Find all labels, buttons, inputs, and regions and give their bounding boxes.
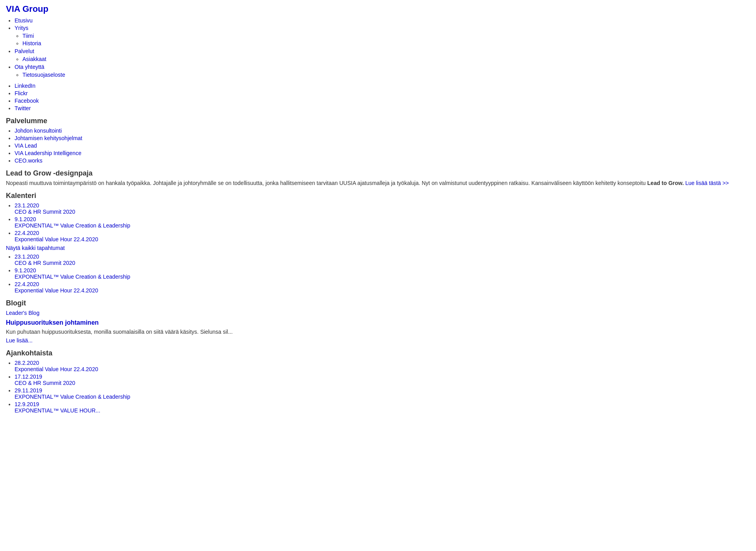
calendar-section: Kalenteri 23.1.2020CEO & HR Summit 20209… [6, 192, 750, 294]
calendar-date-link[interactable]: 23.1.2020 [15, 253, 39, 260]
ajankohtaista-date-link[interactable]: 17.12.2019 [15, 373, 42, 380]
calendar-item: 22.4.2020Exponential Value Hour 22.4.202… [15, 230, 750, 242]
nav-sublink[interactable]: Tiimi [22, 33, 34, 39]
service-link[interactable]: VIA Lead [15, 142, 37, 149]
calendar-date-link[interactable]: 22.4.2020 [15, 281, 39, 287]
ajankohtaista-event-link[interactable]: Exponential Value Hour 22.4.2020 [15, 366, 98, 372]
services-section: Palvelumme Johdon konsultointiJohtamisen… [6, 117, 750, 164]
ajankohtaista-event-link[interactable]: EXPONENTIAL™ VALUE HOUR... [15, 407, 100, 414]
calendar-heading: Kalenteri [6, 192, 750, 200]
calendar-event-link[interactable]: Exponential Value Hour 22.4.2020 [15, 287, 98, 294]
lead-to-grow-readmore[interactable]: Lue lisää tästä >> [686, 180, 729, 186]
calendar-event-link[interactable]: CEO & HR Summit 2020 [15, 260, 75, 266]
calendar-date-link[interactable]: 9.1.2020 [15, 267, 36, 274]
ajankohtaista-item: 29.11.2019EXPONENTIAL™ Value Creation & … [15, 387, 750, 400]
nav-subitem: Tietosuojaseloste [22, 72, 750, 78]
ajankohtaista-item: 17.12.2019CEO & HR Summit 2020 [15, 373, 750, 386]
social-link[interactable]: LinkedIn [15, 83, 35, 89]
nav-item: Ota yhteyttäTietosuojaseloste [15, 64, 750, 78]
nav-link[interactable]: Yritys [15, 25, 28, 31]
ajankohtaista-item: 12.9.2019EXPONENTIAL™ VALUE HOUR... [15, 401, 750, 414]
social-link[interactable]: Flickr [15, 90, 28, 96]
social-item: Facebook [15, 98, 750, 104]
service-link[interactable]: Johtamisen kehitysohjelmat [15, 135, 82, 141]
show-all-events-link[interactable]: Näytä kaikki tapahtumat [6, 245, 750, 251]
nav-item: PalvelutAsiakkaat [15, 48, 750, 62]
nav-sublink[interactable]: Historia [22, 40, 41, 46]
ajankohtaista-date-link[interactable]: 29.11.2019 [15, 387, 42, 394]
service-item: VIA Lead [15, 142, 750, 149]
social-item: LinkedIn [15, 83, 750, 89]
calendar-event-link[interactable]: Exponential Value Hour 22.4.2020 [15, 236, 98, 242]
calendar-event-link[interactable]: CEO & HR Summit 2020 [15, 209, 75, 215]
service-item: Johdon konsultointi [15, 128, 750, 134]
calendar-date-link[interactable]: 22.4.2020 [15, 230, 39, 236]
lead-to-grow-body: Nopeasti muuttuva toimintaympäristö on h… [6, 180, 750, 186]
blog-section: Blogit Leader's Blog Huippusuorituksen j… [6, 299, 750, 344]
ajankohtaista-date-link[interactable]: 28.2.2020 [15, 360, 39, 366]
social-link[interactable]: Twitter [15, 105, 31, 111]
ajankohtaista-item: 28.2.2020Exponential Value Hour 22.4.202… [15, 360, 750, 372]
nav-link[interactable]: Palvelut [15, 48, 34, 54]
service-link[interactable]: Johdon konsultointi [15, 128, 62, 134]
service-link[interactable]: VIA Leadership Intelligence [15, 150, 82, 156]
ajankohtaista-event-link[interactable]: EXPONENTIAL™ Value Creation & Leadership [15, 394, 130, 400]
blog-read-more-link[interactable]: Lue lisää... [6, 337, 33, 344]
ajankohtaista-date-link[interactable]: 12.9.2019 [15, 401, 39, 407]
blog-article-title-link[interactable]: Huippusuorituksen johtaminen [6, 319, 99, 326]
service-item: Johtamisen kehitysohjelmat [15, 135, 750, 141]
nav-subitem: Historia [22, 40, 750, 46]
site-header: VIA Group [6, 4, 750, 14]
calendar-item: 9.1.2020EXPONENTIAL™ Value Creation & Le… [15, 216, 750, 229]
blog-article-body: Kun puhutaan huippusuorituksesta, monill… [6, 329, 750, 335]
calendar-item: 9.1.2020EXPONENTIAL™ Value Creation & Le… [15, 267, 750, 280]
nav-item: Etusivu [15, 17, 750, 24]
nav-sublink[interactable]: Tietosuojaseloste [22, 72, 65, 78]
ajankohtaista-heading: Ajankohtaista [6, 349, 750, 357]
service-item: VIA Leadership Intelligence [15, 150, 750, 156]
lead-to-grow-section: Lead to Grow -designpaja Nopeasti muuttu… [6, 169, 750, 186]
nav-sublink[interactable]: Asiakkaat [22, 56, 46, 62]
site-title-link[interactable]: VIA Group [6, 4, 48, 14]
social-links: LinkedInFlickrFacebookTwitter [6, 83, 750, 111]
nav-item: YritysTiimiHistoria [15, 25, 750, 46]
ajankohtaista-section: Ajankohtaista 28.2.2020Exponential Value… [6, 349, 750, 414]
leaders-blog-link[interactable]: Leader's Blog [6, 310, 750, 316]
service-link[interactable]: CEO.works [15, 157, 43, 164]
calendar-event-link[interactable]: EXPONENTIAL™ Value Creation & Leadership [15, 274, 130, 280]
nav-subitem: Asiakkaat [22, 56, 750, 62]
calendar-item: 23.1.2020CEO & HR Summit 2020 [15, 202, 750, 215]
blog-heading: Blogit [6, 299, 750, 307]
social-item: Twitter [15, 105, 750, 111]
calendar-date-link[interactable]: 9.1.2020 [15, 216, 36, 222]
nav-link[interactable]: Etusivu [15, 17, 33, 24]
social-item: Flickr [15, 90, 750, 96]
social-link[interactable]: Facebook [15, 98, 39, 104]
calendar-item: 23.1.2020CEO & HR Summit 2020 [15, 253, 750, 266]
ajankohtaista-event-link[interactable]: CEO & HR Summit 2020 [15, 380, 75, 386]
lead-to-grow-heading: Lead to Grow -designpaja [6, 169, 750, 178]
service-item: CEO.works [15, 157, 750, 164]
nav-subitem: Tiimi [22, 33, 750, 39]
calendar-date-link[interactable]: 23.1.2020 [15, 202, 39, 209]
services-heading: Palvelumme [6, 117, 750, 125]
calendar-event-link[interactable]: EXPONENTIAL™ Value Creation & Leadership [15, 222, 130, 229]
calendar-item: 22.4.2020Exponential Value Hour 22.4.202… [15, 281, 750, 294]
nav-link[interactable]: Ota yhteyttä [15, 64, 44, 70]
main-nav: EtusivuYritysTiimiHistoriaPalvelutAsiakk… [6, 17, 750, 78]
